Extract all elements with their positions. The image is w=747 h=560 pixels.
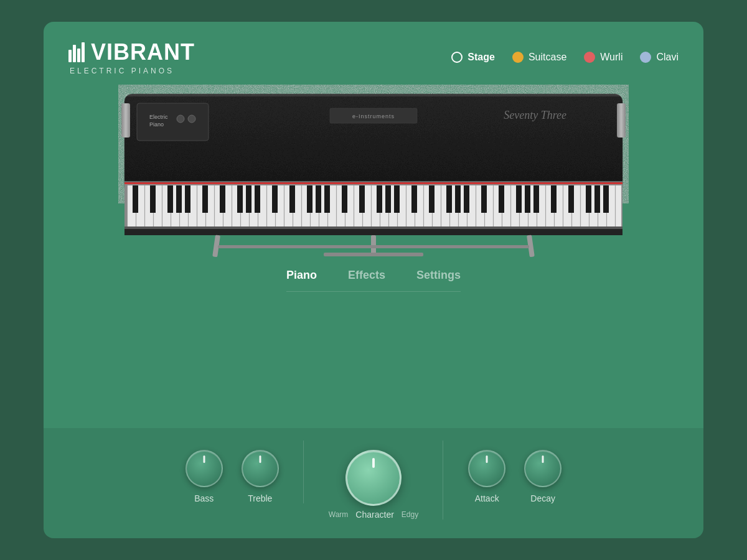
stage-label: Stage xyxy=(467,52,495,63)
svg-rect-109 xyxy=(617,103,626,138)
svg-rect-93 xyxy=(446,185,452,213)
svg-rect-102 xyxy=(568,185,574,213)
character-control-group: Warm Character Edgy xyxy=(304,441,443,520)
character-knob[interactable] xyxy=(345,450,402,506)
selector-stage[interactable]: Stage xyxy=(451,52,495,63)
svg-rect-101 xyxy=(551,185,557,213)
character-label: Character xyxy=(355,510,393,520)
svg-rect-99 xyxy=(525,185,530,213)
attack-label: Attack xyxy=(475,493,499,503)
attack-knob[interactable] xyxy=(468,450,505,487)
svg-text:Electric: Electric xyxy=(149,114,168,120)
svg-rect-94 xyxy=(455,185,461,213)
svg-rect-97 xyxy=(499,185,504,213)
piano-visual: Seventy Three Electric Piano e-Instrumen… xyxy=(118,85,629,259)
svg-rect-96 xyxy=(481,185,487,213)
clavi-dot-icon xyxy=(640,52,651,63)
character-knob-container: Warm Character Edgy xyxy=(329,450,418,520)
svg-rect-114 xyxy=(324,253,423,256)
svg-rect-2 xyxy=(125,94,622,96)
svg-rect-70 xyxy=(616,185,621,228)
svg-rect-82 xyxy=(289,185,295,213)
svg-rect-92 xyxy=(429,185,435,213)
treble-knob-container: Treble xyxy=(242,450,279,503)
svg-rect-113 xyxy=(218,245,529,248)
svg-rect-85 xyxy=(324,185,330,213)
character-knob-wrapper[interactable] xyxy=(345,450,402,506)
svg-rect-71 xyxy=(133,185,138,213)
bass-label: Bass xyxy=(194,493,214,503)
eq-control-group: Bass Treble xyxy=(161,441,304,503)
svg-rect-73 xyxy=(167,185,173,213)
character-scale: Warm Character Edgy xyxy=(329,510,418,520)
svg-rect-108 xyxy=(121,103,130,138)
attack-knob-container: Attack xyxy=(468,450,505,503)
svg-rect-76 xyxy=(202,185,208,213)
envelope-control-group: Attack Decay xyxy=(443,441,586,503)
tab-piano[interactable]: Piano xyxy=(286,265,317,286)
svg-rect-84 xyxy=(316,185,321,213)
treble-knob-wrapper[interactable] xyxy=(242,450,279,487)
app-container: VIBRANT ELECTRIC PIANOS Stage Suitcase W… xyxy=(44,22,703,538)
attack-knob-tick xyxy=(486,455,488,463)
svg-rect-13 xyxy=(125,182,622,184)
treble-label: Treble xyxy=(248,493,272,503)
logo-stripes-icon xyxy=(68,42,85,62)
svg-rect-104 xyxy=(594,185,600,213)
bass-knob-wrapper[interactable] xyxy=(186,450,223,487)
piano-selector: Stage Suitcase Wurli Clavi xyxy=(451,52,679,63)
svg-rect-91 xyxy=(411,185,417,213)
svg-rect-95 xyxy=(464,185,469,213)
controls-area: Bass Treble Warm xyxy=(44,428,703,538)
svg-rect-88 xyxy=(377,185,382,213)
svg-rect-89 xyxy=(385,185,391,213)
svg-text:e-Instruments: e-Instruments xyxy=(352,113,395,119)
wurli-dot-icon xyxy=(584,52,595,63)
decay-knob-tick xyxy=(542,455,544,463)
bass-knob-tick xyxy=(203,455,205,463)
svg-rect-83 xyxy=(307,185,312,213)
nav-tabs: Piano Effects Settings xyxy=(286,259,461,292)
suitcase-label: Suitcase xyxy=(529,52,566,63)
svg-rect-81 xyxy=(272,185,278,213)
wurli-label: Wurli xyxy=(600,52,622,63)
app-title: VIBRANT xyxy=(91,39,195,65)
suitcase-dot-icon xyxy=(512,52,524,63)
svg-point-7 xyxy=(177,115,184,123)
svg-rect-107 xyxy=(125,226,622,229)
svg-rect-87 xyxy=(359,185,365,213)
selector-clavi[interactable]: Clavi xyxy=(640,52,679,63)
logo: VIBRANT ELECTRIC PIANOS xyxy=(68,39,195,75)
svg-rect-86 xyxy=(342,185,347,213)
edgy-label: Edgy xyxy=(402,510,418,519)
bass-knob[interactable] xyxy=(186,450,223,487)
bass-knob-container: Bass xyxy=(186,450,223,503)
decay-label: Decay xyxy=(530,493,555,503)
treble-knob-tick xyxy=(259,455,261,463)
selector-wurli[interactable]: Wurli xyxy=(584,52,622,63)
svg-rect-90 xyxy=(394,185,400,213)
attack-knob-wrapper[interactable] xyxy=(468,450,505,487)
selector-suitcase[interactable]: Suitcase xyxy=(512,52,566,63)
svg-rect-98 xyxy=(516,185,522,213)
warm-label: Warm xyxy=(329,510,349,519)
clavi-label: Clavi xyxy=(656,52,679,63)
svg-text:Piano: Piano xyxy=(149,121,164,128)
svg-rect-75 xyxy=(185,185,190,213)
decay-knob[interactable] xyxy=(524,450,561,487)
tab-effects[interactable]: Effects xyxy=(348,265,385,286)
character-knob-tick xyxy=(372,458,375,468)
svg-rect-77 xyxy=(220,185,225,213)
svg-rect-78 xyxy=(237,185,243,213)
decay-knob-wrapper[interactable] xyxy=(524,450,561,487)
svg-point-8 xyxy=(188,115,195,123)
svg-rect-103 xyxy=(586,185,591,213)
svg-rect-72 xyxy=(150,185,156,213)
stage-dot-icon xyxy=(451,52,463,63)
app-subtitle: ELECTRIC PIANOS xyxy=(70,67,195,75)
nav-divider xyxy=(286,291,461,292)
treble-knob[interactable] xyxy=(242,450,279,487)
svg-rect-105 xyxy=(603,185,609,213)
tab-settings[interactable]: Settings xyxy=(416,265,461,286)
header: VIBRANT ELECTRIC PIANOS Stage Suitcase W… xyxy=(44,22,703,75)
